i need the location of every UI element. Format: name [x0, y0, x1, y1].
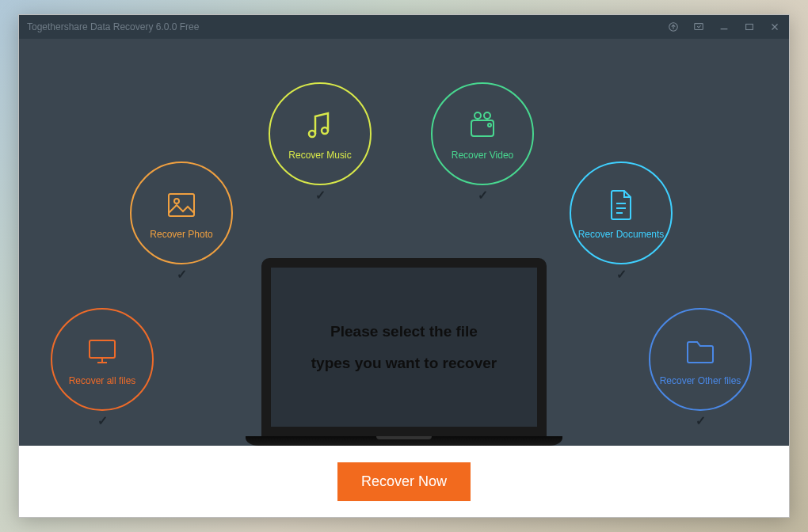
window-title: Togethershare Data Recovery 6.0.0 Free — [27, 21, 667, 32]
share-icon[interactable] — [692, 21, 705, 33]
recover-now-button[interactable]: Recover Now — [337, 462, 471, 501]
main-area: Recover all files ✓ Recover Photo ✓ — [19, 39, 789, 446]
close-icon[interactable] — [768, 21, 781, 33]
upgrade-icon[interactable] — [667, 21, 680, 33]
footer: Recover Now — [19, 446, 789, 517]
maximize-icon[interactable] — [743, 21, 756, 33]
svg-rect-2 — [746, 25, 753, 30]
minimize-icon[interactable] — [718, 21, 730, 33]
option-recover-all-files[interactable]: Recover all files ✓ — [51, 308, 154, 411]
laptop-illustration: Please select the file types you want to… — [246, 258, 562, 446]
checkmark-icon: ✓ — [696, 413, 706, 428]
option-recover-video[interactable]: Recover Video ✓ — [431, 82, 534, 185]
checkmark-icon: ✓ — [478, 188, 488, 203]
app-window: Togethershare Data Recovery 6.0.0 Free — [18, 14, 790, 518]
checkmark-icon: ✓ — [315, 188, 326, 203]
option-recover-music[interactable]: Recover Music ✓ — [269, 82, 372, 185]
checkmark-icon: ✓ — [97, 413, 108, 428]
instruction-text: Please select the file types you want to… — [311, 316, 497, 379]
titlebar: Togethershare Data Recovery 6.0.0 Free — [19, 15, 789, 39]
checkmark-icon: ✓ — [616, 267, 627, 282]
option-recover-other-files[interactable]: Recover Other files ✓ — [649, 308, 752, 411]
option-recover-documents[interactable]: Recover Documents ✓ — [570, 162, 673, 264]
checkmark-icon: ✓ — [177, 267, 187, 282]
svg-rect-1 — [695, 24, 703, 30]
option-recover-photo[interactable]: Recover Photo ✓ — [130, 162, 233, 264]
